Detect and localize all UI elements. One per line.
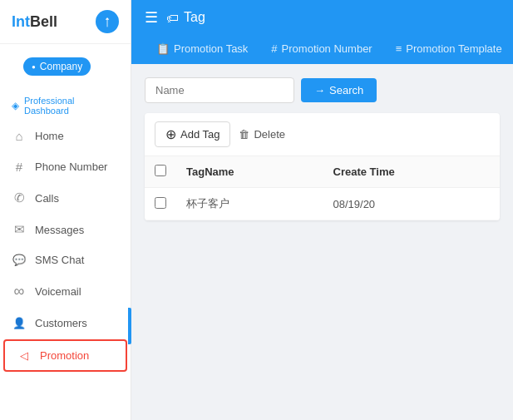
- promotion-number-icon: #: [271, 42, 277, 55]
- promotion-template-icon: ≡: [396, 42, 402, 55]
- search-input[interactable]: [145, 77, 294, 103]
- row-checkbox-cell: [145, 188, 176, 220]
- tab-label: Promotion Task: [174, 42, 248, 55]
- company-label: Company: [40, 61, 82, 72]
- table-row: 杯子客户 08/19/20: [145, 188, 500, 220]
- company-badge[interactable]: Company: [23, 57, 91, 76]
- page-title: 🏷 Tag: [166, 10, 205, 25]
- sidebar-item-sms-chat[interactable]: 💬 SMS Chat: [0, 245, 131, 274]
- sidebar-item-label: Calls: [35, 192, 59, 205]
- delete-label: Delete: [254, 128, 285, 141]
- column-tagname: TagName: [176, 156, 323, 188]
- select-all-checkbox[interactable]: [155, 165, 166, 176]
- add-tag-button[interactable]: ⊕ Add Tag: [155, 121, 230, 147]
- arrow-icon: →: [314, 84, 325, 96]
- logo-area: IntBell ⭡: [0, 0, 131, 44]
- delete-button[interactable]: 🗑 Delete: [239, 128, 285, 141]
- add-tag-label: Add Tag: [180, 128, 220, 141]
- hamburger-icon[interactable]: ☰: [145, 8, 158, 27]
- logo: IntBell: [12, 13, 57, 31]
- hash-icon: #: [12, 160, 27, 174]
- sidebar-item-customers[interactable]: 👤 Customers: [0, 309, 131, 338]
- diamond-icon: ◈: [12, 100, 19, 111]
- sidebar-item-calls[interactable]: ✆ Calls: [0, 182, 131, 214]
- logo-brand2: Bell: [30, 13, 57, 30]
- promotion-icon: ◁: [17, 349, 32, 362]
- share-button[interactable]: ⭡: [96, 10, 119, 33]
- home-icon: ⌂: [12, 129, 27, 143]
- search-bar: → Search: [145, 77, 500, 103]
- sidebar-item-label: Home: [35, 130, 64, 142]
- sidebar-item-phone-number[interactable]: # Phone Number: [0, 151, 131, 182]
- content-area: → Search ⊕ Add Tag 🗑 Delete: [131, 64, 513, 420]
- tab-promotion-task[interactable]: 📋 Promotion Task: [145, 35, 259, 64]
- tab-label: Promotion Number: [282, 42, 372, 55]
- row-tagname: 杯子客户: [176, 188, 323, 220]
- sidebar-item-label: Phone Number: [35, 161, 107, 173]
- dashboard-text: Professional Dashboard: [24, 96, 119, 116]
- dashboard-label: ◈ Professional Dashboard: [0, 89, 131, 121]
- sidebar-item-label: Customers: [35, 317, 87, 329]
- search-button-label: Search: [329, 84, 363, 96]
- tab-promotion-number[interactable]: # Promotion Number: [259, 35, 383, 64]
- tab-promotion-template[interactable]: ≡ Promotion Template: [384, 35, 513, 64]
- column-create-time: Create Time: [323, 156, 501, 188]
- sidebar-item-label: Messages: [35, 224, 84, 236]
- sidebar-item-home[interactable]: ⌂ Home: [0, 121, 131, 151]
- column-checkbox: [145, 156, 176, 188]
- page-title-text: Tag: [184, 10, 205, 25]
- search-button[interactable]: → Search: [301, 78, 377, 102]
- voicemail-icon: ∞: [12, 283, 27, 300]
- sidebar-item-label: SMS Chat: [35, 254, 84, 266]
- main-content: ☰ 🏷 Tag 📋 Promotion Task # Promotion Num…: [131, 0, 513, 420]
- sidebar-item-label: Voicemail: [35, 285, 81, 298]
- data-table: TagName Create Time 杯子客户: [145, 156, 500, 220]
- table-container: ⊕ Add Tag 🗑 Delete TagName: [145, 113, 500, 220]
- row-checkbox[interactable]: [155, 197, 166, 209]
- message-icon: ✉: [12, 222, 27, 237]
- row-create-time: 08/19/20: [323, 188, 501, 220]
- top-bar: ☰ 🏷 Tag: [131, 0, 513, 35]
- sidebar-item-voicemail[interactable]: ∞ Voicemail: [0, 274, 131, 309]
- delete-icon: 🗑: [239, 128, 249, 141]
- sidebar-item-messages[interactable]: ✉ Messages: [0, 214, 131, 245]
- company-section: Company: [0, 44, 131, 89]
- chat-icon: 💬: [12, 254, 27, 266]
- phone-icon: ✆: [12, 190, 27, 205]
- active-accent-bar: [128, 308, 131, 344]
- tab-label: Promotion Template: [406, 42, 501, 55]
- table-toolbar: ⊕ Add Tag 🗑 Delete: [145, 113, 500, 156]
- sidebar-item-promotion[interactable]: ◁ Promotion: [3, 339, 127, 372]
- sidebar-item-label: Promotion: [40, 349, 89, 362]
- tag-title-icon: 🏷: [166, 11, 179, 25]
- add-icon: ⊕: [165, 126, 176, 142]
- nav-items: ⌂ Home # Phone Number ✆ Calls ✉ Messages…: [0, 121, 131, 420]
- promotion-task-icon: 📋: [156, 42, 170, 55]
- sidebar: IntBell ⭡ Company ◈ Professional Dashboa…: [0, 0, 131, 420]
- sub-navigation: 📋 Promotion Task # Promotion Number ≡ Pr…: [131, 35, 513, 64]
- customer-icon: 👤: [12, 317, 27, 329]
- logo-brand1: Int: [12, 13, 30, 30]
